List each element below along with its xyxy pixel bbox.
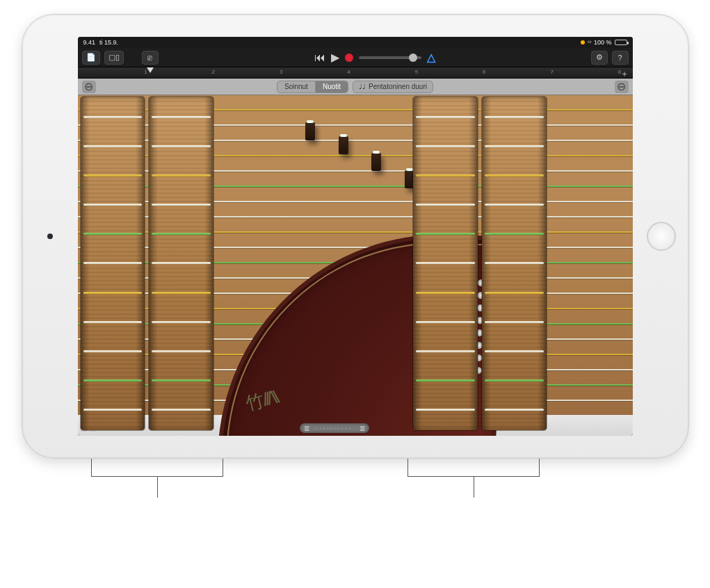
chord-strip-string[interactable] (485, 350, 544, 352)
scale-button[interactable]: ♩♩ Pentatoninen duuri (353, 81, 433, 93)
battery-percent: 100 % (594, 39, 612, 46)
chord-strip-string[interactable] (416, 350, 475, 352)
chord-strip-string[interactable] (152, 350, 211, 352)
browser-button[interactable]: ▢▯ (104, 51, 124, 65)
chord-strip-string[interactable] (416, 116, 475, 118)
go-to-start-button[interactable]: ⏮ (314, 51, 325, 64)
chord-strip-string[interactable] (152, 262, 211, 264)
chord-strip-string[interactable] (416, 233, 475, 235)
chord-strip-string[interactable] (416, 262, 475, 264)
gliss-dots-icon: ∙∙∙∙∙∙∙∙∙∙ (309, 425, 360, 432)
front-camera (47, 234, 53, 239)
ruler-bar-number: 2 (212, 69, 215, 75)
instrument-control-bar: ⊖ Soinnut Nuotit ♩♩ Pentatoninen duuri ⊖ (78, 79, 633, 95)
my-songs-button[interactable]: 📄 (82, 51, 100, 65)
chord-strip-string[interactable] (416, 292, 475, 294)
instrument-stage: ✿❀ 竹 /// \\ (78, 95, 633, 436)
gliss-grip-icon: ≣ (304, 425, 309, 432)
chords-notes-segmented: Soinnut Nuotit (277, 81, 348, 93)
ruler-bar-number: 3 (280, 69, 282, 75)
glissando-handle[interactable]: ≣ ∙∙∙∙∙∙∙∙∙∙ ≣ (300, 423, 369, 433)
string-bridge[interactable] (339, 136, 348, 154)
chord-strip-string[interactable] (485, 145, 544, 147)
chord-strip-string[interactable] (485, 233, 544, 235)
chord-strip-string[interactable] (485, 379, 544, 382)
play-button[interactable]: ▶ (331, 51, 339, 64)
record-button[interactable] (345, 54, 353, 62)
chord-strip-string[interactable] (152, 292, 211, 294)
chord-strip-string[interactable] (416, 321, 475, 323)
chord-strip[interactable] (482, 97, 547, 430)
chord-strip-string[interactable] (485, 292, 544, 294)
chord-strip-string[interactable] (152, 233, 211, 235)
scale-glyph-icon: ♩♩ (359, 83, 366, 90)
chord-strip-string[interactable] (416, 409, 475, 411)
chord-strip-string[interactable] (152, 204, 211, 206)
ruler-bar-number: 7 (550, 69, 553, 75)
chord-strip-string[interactable] (416, 379, 475, 382)
scale-label: Pentatoninen duuri (369, 83, 427, 90)
chord-strip-string[interactable] (83, 233, 143, 235)
chord-strip-string[interactable] (485, 116, 544, 118)
add-section-button[interactable]: ＋ (620, 68, 629, 80)
zoom-out-left-button[interactable]: ⊖ (82, 81, 96, 93)
chord-strip-string[interactable] (83, 145, 143, 147)
ruler-bar-number: 5 (415, 69, 418, 75)
help-button[interactable]: ? (612, 51, 629, 65)
ipad-frame: 9.41 ti 15.9. ⌔ 100 % 📄 ▢▯ ⎚ ⏮ ▶ △ (22, 14, 689, 459)
chord-strips-right (410, 95, 549, 436)
chord-strip-string[interactable] (83, 379, 143, 382)
chord-strip-string[interactable] (83, 321, 143, 323)
vpn-dot-icon (581, 40, 585, 44)
status-date: ti 15.9. (99, 39, 118, 46)
chord-strip-string[interactable] (152, 145, 211, 147)
chord-strip-string[interactable] (83, 350, 143, 352)
callout-bracket-right (408, 459, 540, 477)
ruler-bar-number: 1 (144, 69, 147, 75)
ruler-bar-number: 8 (618, 69, 621, 75)
chord-strip-string[interactable] (416, 174, 475, 177)
track-controls-button[interactable]: ⎚ (142, 51, 159, 65)
string-bridge[interactable] (305, 122, 315, 140)
transport-controls: ⏮ ▶ △ (314, 51, 435, 64)
chord-strip-string[interactable] (485, 174, 544, 177)
notes-tab[interactable]: Nuotit (316, 81, 348, 92)
ruler-bar-number: 6 (483, 69, 485, 75)
chord-strip-string[interactable] (485, 204, 544, 206)
chord-strip-string[interactable] (83, 116, 143, 118)
status-time: 9.41 (83, 39, 96, 46)
chord-strip-string[interactable] (83, 292, 143, 294)
chord-strip-string[interactable] (152, 379, 211, 382)
app-screen: 9.41 ti 15.9. ⌔ 100 % 📄 ▢▯ ⎚ ⏮ ▶ △ (78, 37, 633, 436)
chord-strip-string[interactable] (83, 262, 143, 264)
chord-strip-string[interactable] (152, 116, 211, 118)
playhead-icon[interactable] (147, 67, 154, 73)
chord-strip-string[interactable] (485, 262, 544, 264)
chord-strip-string[interactable] (416, 145, 475, 147)
zoom-out-right-button[interactable]: ⊖ (615, 81, 629, 93)
callout-bracket-left (91, 459, 223, 477)
chord-strip-string[interactable] (152, 174, 211, 177)
chord-strip-string[interactable] (152, 321, 211, 323)
chord-strip-string[interactable] (485, 409, 544, 411)
chord-strip-string[interactable] (485, 321, 544, 323)
master-volume-slider[interactable] (359, 56, 421, 59)
metronome-button[interactable]: △ (427, 51, 435, 64)
string-bridge[interactable] (371, 153, 381, 171)
chord-strip[interactable] (149, 97, 213, 430)
chord-strip-string[interactable] (83, 409, 143, 411)
chord-strip[interactable] (413, 97, 478, 430)
chords-tab[interactable]: Soinnut (277, 81, 316, 92)
timeline-ruler[interactable]: ＋ 12345678 (78, 67, 633, 79)
chord-strip-string[interactable] (416, 204, 475, 206)
home-button[interactable] (647, 222, 676, 251)
chord-strip-string[interactable] (83, 204, 143, 206)
gliss-grip-icon: ≣ (360, 425, 365, 432)
status-bar: 9.41 ti 15.9. ⌔ 100 % (78, 37, 633, 48)
app-toolbar: 📄 ▢▯ ⎚ ⏮ ▶ △ ⚙ ? (78, 48, 633, 67)
chord-strip-string[interactable] (152, 409, 211, 411)
chord-strip[interactable] (81, 97, 145, 430)
chord-strip-string[interactable] (83, 174, 143, 177)
settings-button[interactable]: ⚙ (591, 51, 608, 65)
wifi-icon: ⌔ (588, 39, 591, 46)
